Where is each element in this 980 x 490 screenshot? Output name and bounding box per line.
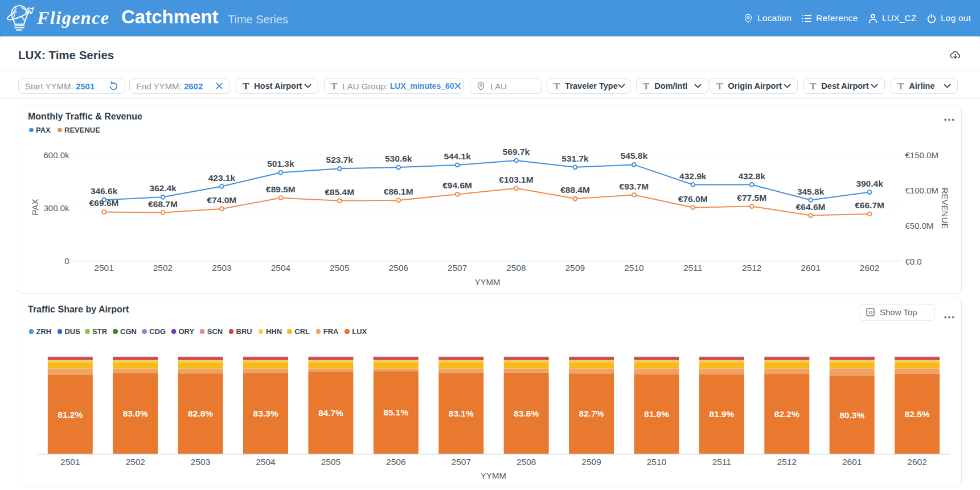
svg-text:12: 12 xyxy=(868,310,872,315)
